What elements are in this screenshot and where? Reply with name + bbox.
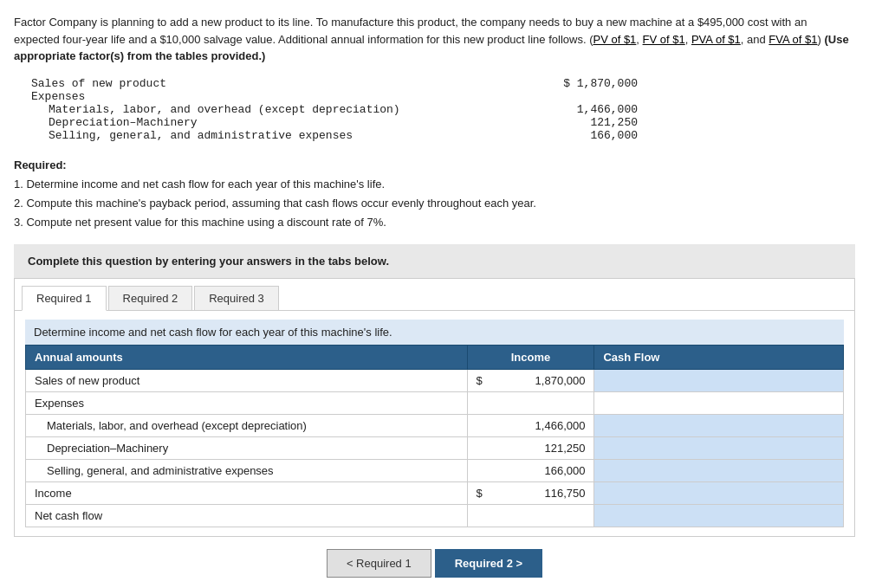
selling-value: 166,000 xyxy=(590,129,638,142)
financial-summary: Sales of new product $ 1,870,000 Expense… xyxy=(31,77,855,142)
tab1-subtitle: Determine income and net cash flow for e… xyxy=(25,320,844,345)
prev-button[interactable]: < Required 1 xyxy=(327,549,431,578)
table-row: Income $ 116,750 xyxy=(26,481,844,504)
tabs-header: Required 1 Required 2 Required 3 xyxy=(15,279,854,311)
cashflow-input[interactable] xyxy=(603,509,834,522)
intro-paragraph: Factor Company is planning to add a new … xyxy=(14,14,855,65)
dollar-sign: $ xyxy=(467,369,491,391)
pva-link[interactable]: PVA of $1 xyxy=(691,33,741,46)
required-section: Required: 1. Determine income and net ca… xyxy=(14,156,855,232)
tab-required-2[interactable]: Required 2 xyxy=(108,286,193,310)
fv-link[interactable]: FV of $1 xyxy=(643,33,685,46)
tab1-content: Determine income and net cash flow for e… xyxy=(15,311,854,536)
cashflow-input-cell[interactable] xyxy=(594,481,844,504)
required-header: Required: xyxy=(14,158,67,171)
bottom-nav: < Required 1 Required 2 > xyxy=(14,549,855,578)
tab-required-1[interactable]: Required 1 xyxy=(22,286,107,311)
depreciation-value: 121,250 xyxy=(590,116,638,129)
table-row: Materials, labor, and overhead (except d… xyxy=(26,414,844,436)
cashflow-input[interactable] xyxy=(603,419,834,432)
col1-header: Annual amounts xyxy=(26,345,468,369)
table-row: Depreciation–Machinery 121,250 xyxy=(26,436,844,459)
tab-required-3[interactable]: Required 3 xyxy=(194,286,279,310)
pv-link[interactable]: PV of $1 xyxy=(593,33,636,46)
complete-box-text: Complete this question by entering your … xyxy=(28,255,389,268)
row-label: Net cash flow xyxy=(26,504,468,527)
expenses-label: Expenses xyxy=(31,90,85,103)
cashflow-input-cell[interactable] xyxy=(594,369,844,391)
income-value: 1,466,000 xyxy=(491,414,594,436)
cashflow-input[interactable] xyxy=(603,487,834,500)
col2-header: Income xyxy=(467,345,594,369)
col3-header: Cash Flow xyxy=(594,345,844,369)
table-row: Expenses xyxy=(26,391,844,414)
cashflow-input-cell[interactable] xyxy=(594,504,844,527)
next-button[interactable]: Required 2 > xyxy=(435,549,542,578)
cashflow-input-cell[interactable] xyxy=(594,414,844,436)
tabs-container: Required 1 Required 2 Required 3 Determi… xyxy=(14,278,855,537)
income-value: 166,000 xyxy=(491,459,594,481)
row-label: Selling, general, and administrative exp… xyxy=(26,459,468,481)
row-label: Income xyxy=(26,481,468,504)
row-label: Materials, labor, and overhead (except d… xyxy=(26,414,468,436)
row-label: Depreciation–Machinery xyxy=(26,436,468,459)
cashflow-input[interactable] xyxy=(603,442,834,455)
complete-box: Complete this question by entering your … xyxy=(14,244,855,278)
table-row: Selling, general, and administrative exp… xyxy=(26,459,844,481)
selling-label: Selling, general, and administrative exp… xyxy=(49,129,353,142)
depreciation-label: Depreciation–Machinery xyxy=(49,116,198,129)
income-cashflow-table: Annual amounts Income Cash Flow Sales of… xyxy=(25,345,844,527)
table-row: Net cash flow xyxy=(26,504,844,527)
income-value: 121,250 xyxy=(491,436,594,459)
materials-value: 1,466,000 xyxy=(577,103,638,116)
income-value: 116,750 xyxy=(491,481,594,504)
table-row: Sales of new product $ 1,870,000 xyxy=(26,369,844,391)
sales-value: $ 1,870,000 xyxy=(563,77,638,90)
materials-label: Materials, labor, and overhead (except d… xyxy=(49,103,400,116)
cashflow-input[interactable] xyxy=(603,374,834,387)
income-value: 1,870,000 xyxy=(491,369,594,391)
required-item-3: 3. Compute net present value for this ma… xyxy=(14,213,855,232)
required-item-2: 2. Compute this machine's payback period… xyxy=(14,194,855,213)
required-item-1: 1. Determine income and net cash flow fo… xyxy=(14,175,855,194)
sales-label: Sales of new product xyxy=(31,77,166,90)
fva-link[interactable]: FVA of $1 xyxy=(768,33,817,46)
row-label: Expenses xyxy=(26,391,468,414)
cashflow-input-cell[interactable] xyxy=(594,436,844,459)
cashflow-input[interactable] xyxy=(603,464,834,477)
row-label: Sales of new product xyxy=(26,369,468,391)
cashflow-input-cell[interactable] xyxy=(594,459,844,481)
